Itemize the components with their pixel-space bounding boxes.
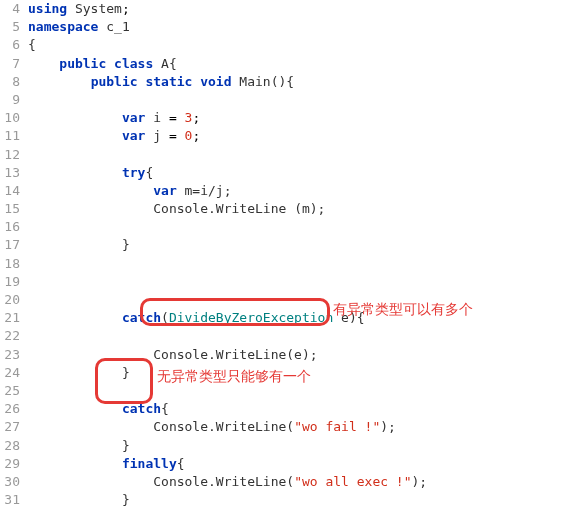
paren: (e); bbox=[286, 347, 317, 362]
keyword-public: public bbox=[59, 56, 106, 71]
paren: ( bbox=[161, 310, 169, 325]
method-call: Console.WriteLine bbox=[153, 201, 286, 216]
line-number: 4 bbox=[0, 0, 20, 18]
keyword-try: try bbox=[122, 165, 145, 180]
code-line bbox=[28, 91, 577, 109]
brace: { bbox=[357, 310, 365, 325]
keyword-catch: catch bbox=[122, 310, 161, 325]
brace: } bbox=[122, 237, 130, 252]
code-line: } bbox=[28, 437, 577, 455]
line-number: 13 bbox=[0, 164, 20, 182]
code-line: public class A{ bbox=[28, 55, 577, 73]
line-number: 29 bbox=[0, 455, 20, 473]
brace: { bbox=[145, 165, 153, 180]
line-number: 22 bbox=[0, 327, 20, 345]
line-number: 26 bbox=[0, 400, 20, 418]
line-number: 9 bbox=[0, 91, 20, 109]
method-call: Console.WriteLine bbox=[153, 474, 286, 489]
paren: (m); bbox=[294, 201, 325, 216]
keyword-namespace: namespace bbox=[28, 19, 98, 34]
identifier: j bbox=[153, 128, 161, 143]
code-line: Console.WriteLine("wo all exec !"); bbox=[28, 473, 577, 491]
keyword-finally: finally bbox=[122, 456, 177, 471]
code-line bbox=[28, 327, 577, 345]
code-line: Console.WriteLine("wo fail !"); bbox=[28, 418, 577, 436]
keyword-var: var bbox=[122, 128, 145, 143]
line-number: 27 bbox=[0, 418, 20, 436]
brace: { bbox=[28, 37, 36, 52]
line-number: 17 bbox=[0, 236, 20, 254]
code-line: public static void Main(){ bbox=[28, 73, 577, 91]
keyword-catch: catch bbox=[122, 401, 161, 416]
code-line: } bbox=[28, 491, 577, 509]
code-line: catch{ bbox=[28, 400, 577, 418]
code-line: } bbox=[28, 236, 577, 254]
brace: } bbox=[122, 438, 130, 453]
brace: } bbox=[122, 492, 130, 507]
exception-type: DivideByZeroException bbox=[169, 310, 333, 325]
line-number: 21 bbox=[0, 309, 20, 327]
keyword-void: void bbox=[200, 74, 231, 89]
keyword-using: using bbox=[28, 1, 67, 16]
string-literal: "wo fail !" bbox=[294, 419, 380, 434]
code-line: namespace c_1 bbox=[28, 18, 577, 36]
code-area[interactable]: using System; namespace c_1 { public cla… bbox=[28, 0, 577, 509]
method-name: Main bbox=[239, 74, 270, 89]
identifier: System bbox=[75, 1, 122, 16]
line-number-gutter: 4567891011121314151617181920212223242526… bbox=[0, 0, 28, 509]
brace: { bbox=[161, 401, 169, 416]
line-number: 30 bbox=[0, 473, 20, 491]
line-number: 20 bbox=[0, 291, 20, 309]
paren: ); bbox=[380, 419, 396, 434]
line-number: 10 bbox=[0, 109, 20, 127]
identifier: e bbox=[341, 310, 349, 325]
code-line: catch(DivideByZeroException e){ bbox=[28, 309, 577, 327]
line-number: 7 bbox=[0, 55, 20, 73]
line-number: 6 bbox=[0, 36, 20, 54]
line-number: 14 bbox=[0, 182, 20, 200]
method-call: Console.WriteLine bbox=[153, 419, 286, 434]
equals: = bbox=[169, 110, 177, 125]
line-number: 28 bbox=[0, 437, 20, 455]
code-line bbox=[28, 291, 577, 309]
code-line bbox=[28, 255, 577, 273]
paren: (){ bbox=[271, 74, 294, 89]
line-number: 5 bbox=[0, 18, 20, 36]
code-line: Console.WriteLine (m); bbox=[28, 200, 577, 218]
code-line: { bbox=[28, 36, 577, 54]
code-line: using System; bbox=[28, 0, 577, 18]
method-call: Console.WriteLine bbox=[153, 347, 286, 362]
line-number: 16 bbox=[0, 218, 20, 236]
keyword-var: var bbox=[153, 183, 176, 198]
line-number: 8 bbox=[0, 73, 20, 91]
number: 0 bbox=[185, 128, 193, 143]
code-line bbox=[28, 218, 577, 236]
code-line bbox=[28, 273, 577, 291]
expression: m=i/j; bbox=[185, 183, 232, 198]
brace: { bbox=[169, 56, 177, 71]
line-number: 18 bbox=[0, 255, 20, 273]
line-number: 31 bbox=[0, 491, 20, 509]
code-line: } bbox=[28, 364, 577, 382]
brace: { bbox=[177, 456, 185, 471]
code-line: var i = 3; bbox=[28, 109, 577, 127]
keyword-class: class bbox=[114, 56, 153, 71]
code-line bbox=[28, 146, 577, 164]
code-editor: 4567891011121314151617181920212223242526… bbox=[0, 0, 577, 509]
keyword-static: static bbox=[145, 74, 192, 89]
code-line: var m=i/j; bbox=[28, 182, 577, 200]
line-number: 15 bbox=[0, 200, 20, 218]
line-number: 12 bbox=[0, 146, 20, 164]
code-line: try{ bbox=[28, 164, 577, 182]
line-number: 24 bbox=[0, 364, 20, 382]
line-number: 25 bbox=[0, 382, 20, 400]
code-line: finally{ bbox=[28, 455, 577, 473]
equals: = bbox=[169, 128, 177, 143]
paren: ( bbox=[286, 474, 294, 489]
class-name: A bbox=[161, 56, 169, 71]
line-number: 19 bbox=[0, 273, 20, 291]
keyword-public: public bbox=[91, 74, 138, 89]
keyword-var: var bbox=[122, 110, 145, 125]
line-number: 11 bbox=[0, 127, 20, 145]
brace: } bbox=[122, 365, 130, 380]
